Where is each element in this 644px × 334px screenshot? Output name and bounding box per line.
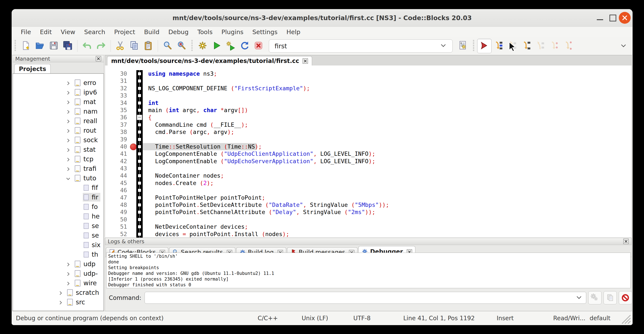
code-line-33[interactable]: 33 [105, 92, 632, 99]
fold-margin[interactable] [136, 209, 143, 216]
tree-item-rout[interactable]: rout [13, 126, 104, 135]
fold-margin[interactable] [136, 121, 143, 128]
tree-item-fo[interactable]: fo [13, 202, 104, 211]
line-number[interactable]: 33 [105, 92, 130, 99]
line-number[interactable]: 36 [105, 114, 130, 121]
copy-button[interactable] [127, 39, 141, 53]
code-line-43[interactable]: 43 [105, 165, 632, 172]
breakpoint-margin[interactable] [130, 231, 136, 238]
chevron-right-icon[interactable] [66, 118, 71, 124]
step-into-button[interactable] [520, 39, 534, 53]
tree-item-fir[interactable]: fir [13, 192, 104, 202]
paste-button[interactable] [141, 39, 155, 53]
tab-projects[interactable]: Projects [14, 64, 50, 74]
tree-item-he[interactable]: he [13, 211, 104, 221]
code-line-48[interactable]: 48 pointToPoint.SetDeviceAttribute ("Dat… [105, 201, 632, 209]
copy-log-button[interactable] [604, 291, 617, 304]
maximize-button[interactable] [609, 14, 617, 22]
code-line-40[interactable]: 40 Time::SetResolution (Time::NS); [105, 143, 632, 150]
line-number[interactable]: 48 [105, 201, 130, 209]
menu-edit[interactable]: Edit [36, 27, 56, 37]
breakpoint-margin[interactable] [130, 187, 136, 194]
new-file-button[interactable] [19, 39, 33, 53]
next-instruction-button[interactable] [548, 39, 562, 53]
tree-item-wire[interactable]: wire [13, 278, 104, 288]
line-number[interactable]: 30 [105, 70, 130, 77]
breakpoint-margin[interactable] [130, 158, 136, 165]
toolbar-grip[interactable] [14, 40, 16, 52]
debugger-output[interactable]: Setting SHELL to '/bin/sh'doneSetting br… [106, 253, 631, 288]
chevron-right-icon[interactable] [66, 261, 71, 267]
tree-item-six[interactable]: six [13, 240, 104, 250]
toolbar-grip[interactable] [192, 40, 193, 52]
tree-item-scratch[interactable]: scratch [13, 288, 104, 297]
chevron-down-icon[interactable] [66, 175, 71, 181]
command-combo[interactable] [144, 292, 586, 304]
chevron-right-icon[interactable] [66, 156, 71, 162]
save-all-button[interactable] [61, 39, 75, 53]
editor-tab[interactable]: mnt/dev/tools/source/ns-3-dev/examples/t… [107, 56, 312, 66]
abort-button[interactable] [252, 39, 266, 53]
code-line-32[interactable]: 32NS_LOG_COMPONENT_DEFINE ("FirstScriptE… [105, 85, 632, 92]
breakpoint-margin[interactable] [130, 136, 136, 143]
undo-button[interactable] [80, 39, 94, 53]
rebuild-button[interactable] [238, 39, 252, 53]
toolbar-grip[interactable] [473, 40, 474, 52]
code-line-35[interactable]: 35main (int argc, char *argv[]) [105, 107, 632, 114]
code-line-31[interactable]: 31 [105, 77, 632, 85]
toolbar-overflow-chevron-icon[interactable] [620, 42, 627, 50]
tree-item-mat[interactable]: mat [13, 97, 104, 107]
fold-margin[interactable] [136, 92, 143, 99]
line-number[interactable]: 43 [105, 165, 130, 172]
line-number[interactable]: 37 [105, 121, 130, 128]
chevron-right-icon[interactable] [66, 90, 71, 95]
tree-item-th[interactable]: th [13, 250, 104, 259]
chevron-right-icon[interactable] [66, 271, 71, 276]
fold-margin[interactable] [136, 128, 143, 136]
breakpoint-margin[interactable] [130, 121, 136, 128]
open-file-button[interactable] [33, 39, 47, 53]
fold-margin[interactable] [136, 201, 143, 209]
code-line-39[interactable]: 39 [105, 136, 632, 143]
menu-plugins[interactable]: Plugins [217, 27, 248, 37]
tree-item-se[interactable]: se [13, 221, 104, 231]
breakpoint-margin[interactable] [130, 77, 136, 85]
save-button[interactable] [47, 39, 61, 53]
line-number[interactable]: 51 [105, 223, 130, 230]
line-number[interactable]: 47 [105, 194, 130, 201]
code-line-46[interactable]: 46 [105, 187, 632, 194]
line-number[interactable]: 40 [105, 143, 130, 150]
titlebar[interactable]: mnt/dev/tools/source/ns-3-dev/examples/t… [12, 9, 632, 27]
line-number[interactable]: 41 [105, 150, 130, 157]
breakpoint-margin[interactable] [130, 107, 136, 114]
fold-margin[interactable] [136, 216, 143, 223]
fold-margin[interactable] [136, 85, 143, 92]
code-line-34[interactable]: 34int [105, 99, 632, 107]
chevron-right-icon[interactable] [66, 137, 71, 143]
management-close-icon[interactable] [96, 56, 101, 62]
breakpoint-icon[interactable] [130, 143, 137, 150]
debug-continue-button[interactable] [477, 39, 492, 53]
breakpoint-margin[interactable] [130, 216, 136, 223]
code-line-51[interactable]: 51 NetDeviceContainer devices; [105, 223, 632, 230]
menu-project[interactable]: Project [110, 27, 140, 37]
line-number[interactable]: 49 [105, 209, 130, 216]
code-line-30[interactable]: 30using namespace ns3; [105, 70, 632, 77]
fold-margin[interactable] [136, 223, 143, 230]
fold-collapse-icon[interactable] [137, 115, 142, 120]
tree-item-ipv6[interactable]: ipv6 [13, 88, 104, 97]
chevron-right-icon[interactable] [58, 290, 63, 295]
fold-margin[interactable] [136, 114, 143, 121]
line-number[interactable]: 46 [105, 187, 130, 194]
code-line-42[interactable]: 42 LogComponentEnable ("UdpEchoServerApp… [105, 158, 632, 165]
menu-search[interactable]: Search [80, 27, 110, 37]
line-number[interactable]: 44 [105, 172, 130, 179]
breakpoint-margin[interactable] [130, 99, 136, 107]
breakpoint-margin[interactable] [130, 85, 136, 92]
code-line-36[interactable]: 36{ [105, 114, 632, 121]
build-button[interactable] [196, 39, 210, 53]
cut-button[interactable] [113, 39, 127, 53]
breakpoint-margin[interactable] [130, 70, 136, 77]
chevron-right-icon[interactable] [66, 80, 71, 86]
run-button[interactable] [210, 39, 224, 53]
